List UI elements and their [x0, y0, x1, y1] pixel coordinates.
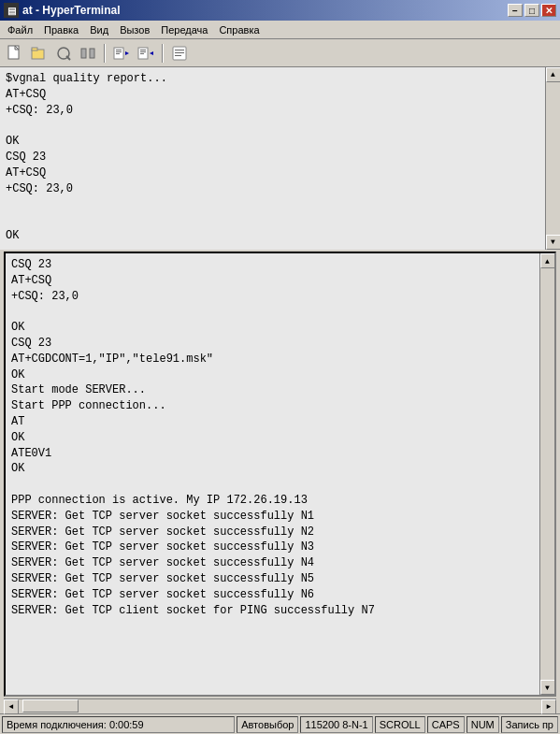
lower-scroll-track[interactable]: [540, 268, 554, 680]
toolbar-open[interactable]: [28, 43, 50, 64]
toolbar-separator-1: [104, 44, 106, 63]
main-content: $vgnal quality report... AT+CSQ +CSQ: 23…: [0, 67, 560, 713]
status-bar: Время подключения: 0:00:59 Автовыбор 115…: [0, 713, 560, 734]
svg-rect-14: [140, 50, 146, 50]
status-caps: CAPS: [427, 716, 465, 733]
svg-rect-3: [32, 48, 37, 50]
title-controls: − □ ✕: [508, 4, 556, 17]
record-label: Запись пр: [506, 719, 553, 730]
autoselect-label: Автовыбор: [241, 719, 294, 730]
menu-transfer[interactable]: Передача: [155, 22, 213, 37]
svg-rect-19: [175, 50, 184, 50]
svg-rect-15: [140, 51, 146, 52]
svg-rect-20: [175, 52, 184, 53]
title-bar-left: ▤ at - HyperTerminal: [4, 3, 120, 18]
status-scroll: SCROLL: [375, 716, 425, 733]
toolbar-btn4[interactable]: [77, 43, 99, 64]
terminal-upper-text: $vgnal quality report... AT+CSQ +CSQ: 23…: [6, 71, 554, 244]
h-scroll-track[interactable]: [19, 699, 541, 713]
h-scroll-left[interactable]: ◄: [4, 699, 19, 714]
lower-scrollbar[interactable]: ▲ ▼: [539, 253, 554, 695]
menu-view[interactable]: Вид: [84, 22, 114, 37]
toolbar-btn3[interactable]: [52, 43, 75, 64]
menu-help[interactable]: Справка: [213, 22, 265, 37]
lower-scroll-down[interactable]: ▼: [540, 680, 555, 695]
toolbar-separator-2: [162, 44, 164, 63]
upper-scrollbar[interactable]: ▲ ▼: [545, 67, 560, 250]
scroll-label: SCROLL: [380, 719, 421, 730]
status-connection-time: Время подключения: 0:00:59: [2, 716, 235, 733]
scroll-up-arrow[interactable]: ▲: [546, 67, 561, 82]
status-num: NUM: [467, 716, 499, 733]
terminal-lower-text: CSQ 23 AT+CSQ +CSQ: 23,0 OK CSQ 23 AT+CG…: [11, 257, 534, 618]
svg-rect-16: [140, 53, 144, 54]
svg-rect-10: [116, 51, 122, 52]
svg-rect-6: [81, 49, 86, 58]
connection-time-label: Время подключения:: [7, 719, 107, 730]
window-title: at - HyperTerminal: [22, 4, 120, 17]
maximize-button[interactable]: □: [524, 4, 539, 17]
status-record: Запись пр: [501, 716, 558, 733]
horizontal-scrollbar[interactable]: ◄ ►: [4, 698, 556, 713]
scroll-down-arrow[interactable]: ▼: [546, 235, 561, 250]
toolbar-properties[interactable]: [168, 43, 191, 64]
terminal-upper[interactable]: $vgnal quality report... AT+CSQ +CSQ: 23…: [0, 67, 560, 250]
scroll-track-upper[interactable]: [546, 82, 560, 235]
lower-scroll-up[interactable]: ▲: [540, 253, 555, 268]
svg-marker-17: [150, 51, 153, 55]
minimize-button[interactable]: −: [508, 4, 523, 17]
svg-rect-21: [175, 55, 181, 56]
close-button[interactable]: ✕: [541, 4, 556, 17]
toolbar-send[interactable]: [110, 43, 133, 64]
svg-line-5: [66, 56, 70, 60]
menu-call[interactable]: Вызов: [114, 22, 155, 37]
menu-bar: Файл Правка Вид Вызов Передача Справка: [0, 21, 560, 39]
app-icon: ▤: [4, 3, 19, 18]
toolbar-new[interactable]: [4, 43, 26, 64]
title-bar: ▤ at - HyperTerminal − □ ✕: [0, 0, 560, 21]
connection-time-value: 0:00:59: [109, 719, 144, 730]
menu-file[interactable]: Файл: [2, 22, 38, 37]
h-scroll-right[interactable]: ►: [541, 699, 556, 714]
toolbar: [0, 39, 560, 67]
menu-edit[interactable]: Правка: [38, 22, 84, 37]
num-label: NUM: [471, 719, 495, 730]
status-baud: 115200 8-N-1: [300, 716, 372, 733]
status-autoselect: Автовыбор: [237, 716, 298, 733]
svg-rect-11: [116, 53, 120, 54]
toolbar-receive[interactable]: [135, 43, 157, 64]
svg-marker-12: [125, 51, 129, 55]
terminal-lower-wrapper: CSQ 23 AT+CSQ +CSQ: 23,0 OK CSQ 23 AT+CG…: [4, 252, 556, 697]
svg-rect-7: [90, 49, 94, 58]
caps-label: CAPS: [432, 719, 460, 730]
baud-label: 115200 8-N-1: [305, 719, 367, 730]
terminal-lower[interactable]: CSQ 23 AT+CSQ +CSQ: 23,0 OK CSQ 23 AT+CG…: [6, 253, 539, 695]
h-scroll-thumb[interactable]: [22, 699, 79, 712]
svg-rect-9: [116, 50, 122, 50]
